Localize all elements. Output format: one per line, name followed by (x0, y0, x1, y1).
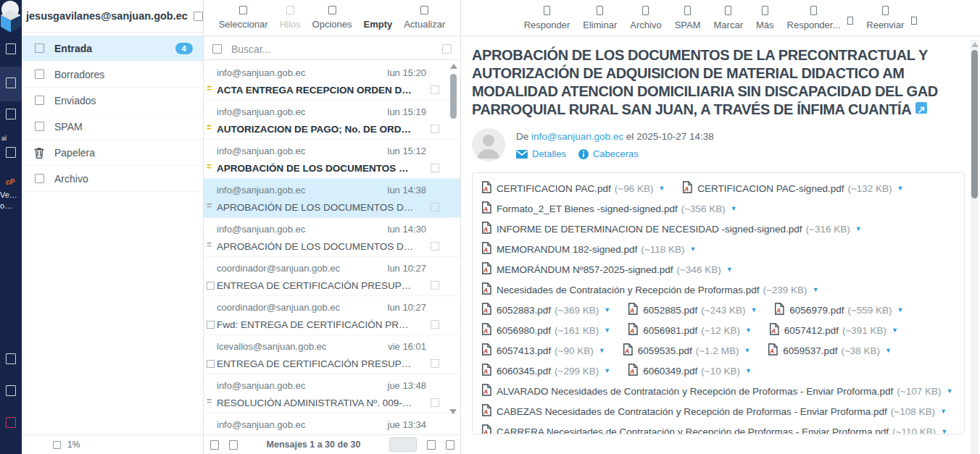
scroll-down-icon[interactable] (449, 409, 457, 414)
toolbar-button[interactable]: Hilos (280, 6, 301, 30)
rail-help-icon[interactable] (6, 353, 16, 364)
attachment-menu-icon[interactable]: ▼ (745, 327, 752, 334)
attachment-menu-icon[interactable]: ▼ (604, 306, 610, 314)
toolbar-dropdown-icon[interactable] (911, 17, 917, 25)
page-number-input[interactable] (389, 437, 417, 452)
cpanel-logo[interactable]: cP (6, 178, 14, 186)
attachment-item[interactable]: A 6059535.pdf (~1.2 MB) ▼ (623, 343, 751, 358)
message-row[interactable]: info@sanjuan.gob.ec lun 15:19 AUTORIZACI… (204, 101, 461, 140)
first-page-icon[interactable] (210, 440, 219, 450)
folder-item[interactable]: Papelera (22, 140, 203, 166)
toolbar-button[interactable]: Archivo (630, 6, 661, 30)
rail-active-icon[interactable] (6, 77, 16, 88)
folder-item[interactable]: Borradores (22, 62, 203, 88)
attachment-menu-icon[interactable]: ▼ (604, 327, 610, 334)
attachment-menu-icon[interactable]: ▼ (885, 347, 892, 354)
message-row[interactable]: info@sanjuan.gob.ec lun 15:12 APROBACIÓN… (204, 140, 461, 179)
attachment-menu-icon[interactable]: ▼ (726, 266, 733, 273)
attachment-item[interactable]: A CERTIFICACION PAC-signed.pdf (~132 KB)… (682, 181, 903, 196)
attachment-item[interactable]: A CARRERA Necesidades de Contratación y … (481, 424, 947, 434)
attachment-menu-icon[interactable]: ▼ (941, 428, 947, 434)
toolbar-button[interactable]: SPAM (675, 6, 701, 30)
attachment-menu-icon[interactable]: ▼ (599, 347, 605, 354)
attachment-menu-icon[interactable]: ▼ (813, 286, 819, 293)
toolbar-button[interactable]: Marcar (714, 6, 743, 30)
rail-contacts-icon[interactable] (6, 109, 16, 119)
attachment-menu-icon[interactable]: ▼ (897, 185, 904, 192)
message-flag-icon[interactable] (431, 242, 439, 251)
reading-scrollbar[interactable] (971, 40, 979, 454)
search-input[interactable] (231, 43, 433, 55)
attachment-menu-icon[interactable]: ▼ (658, 185, 665, 192)
attachment-item[interactable]: A 6060345.pdf (~299 KB) ▼ (481, 363, 610, 378)
toolbar-button[interactable]: Responder... (787, 6, 841, 30)
attachment-menu-icon[interactable]: ▼ (855, 225, 862, 232)
attachment-item[interactable]: A Necesidades de Contratación y Recepció… (481, 282, 819, 297)
attachment-item[interactable]: A MEMORANDUM 182-signed.pdf (~118 KB) ▼ (481, 242, 696, 256)
message-row[interactable]: info@sanjuan.gob.ec jue 13:34 (204, 413, 461, 434)
message-row[interactable]: info@sanjuan.gob.ec lun 15:20 ACTA ENTRE… (204, 62, 461, 101)
message-row[interactable]: lcevallos@sanjuan.gob.ec vie 16:01 ENTRE… (204, 335, 461, 374)
attachment-menu-icon[interactable]: ▼ (744, 347, 750, 354)
sender-email-link[interactable]: info@sanjuan.gob.ec (531, 131, 623, 142)
attachment-item[interactable]: A 6056979.pdf (~559 KB) ▼ (774, 303, 903, 317)
toolbar-button[interactable]: Empty (363, 6, 392, 30)
attachment-menu-icon[interactable]: ▼ (892, 327, 898, 334)
folder-item[interactable]: Enviados (22, 88, 203, 114)
details-toggle[interactable]: Detalles (516, 148, 566, 159)
message-row[interactable]: info@sanjuan.gob.ec lun 14:38 APROBACIÓN… (204, 179, 461, 218)
attachment-menu-icon[interactable]: ▼ (604, 367, 610, 374)
message-row[interactable]: coordinador@sanjuan.gob.ec lun 10:27 Fwd… (204, 296, 461, 335)
attachment-item[interactable]: A CERTIFICACION PAC.pdf (~96 KB) ▼ (481, 181, 665, 196)
message-flag-icon[interactable] (431, 164, 439, 172)
reading-scrollbar-thumb[interactable] (971, 50, 978, 198)
search-options-icon[interactable] (442, 44, 452, 54)
attachment-item[interactable]: A MEMORÁNDUM Nº857-2025-signed.pdf (~346… (481, 262, 733, 277)
attachment-item[interactable]: A Formato_2_ET Bienes -signed-signed.pdf… (481, 201, 737, 216)
folder-item[interactable]: Archivo (22, 166, 203, 192)
attachment-item[interactable]: A INFORME DE DETERMINACION DE NECESIDAD … (481, 222, 862, 236)
toolbar-button[interactable]: Reenviar (866, 6, 904, 30)
message-flag-icon[interactable] (431, 125, 439, 133)
attachment-item[interactable]: A 6057412.pdf (~391 KB) ▼ (769, 323, 898, 337)
folder-item[interactable]: Entrada 4 (22, 35, 203, 62)
toolbar-button[interactable]: Opciones (312, 6, 352, 30)
prev-page-icon[interactable] (229, 440, 238, 450)
attachment-item[interactable]: A 6056980.pdf (~161 KB) ▼ (481, 323, 610, 337)
message-row[interactable]: info@sanjuan.gob.ec lun 14:30 APROBACIÓN… (204, 218, 461, 257)
reading-scroll-up-icon[interactable] (971, 42, 979, 47)
last-page-icon[interactable] (446, 440, 454, 450)
message-row[interactable]: info@sanjuan.gob.ec jue 13:48 RESOLUCIÓN… (204, 374, 461, 413)
search-icon[interactable] (212, 44, 222, 54)
toolbar-button[interactable]: Seleccionar (219, 6, 268, 30)
attachment-item[interactable]: A 6056981.pdf (~12 KB) ▼ (628, 323, 752, 337)
webmail-logo-icon[interactable] (0, 0, 22, 36)
attachment-item[interactable]: A CABEZAS Necesidades de Contratación y … (481, 404, 947, 419)
attachment-item[interactable]: A 6057413.pdf (~90 KB) ▼ (481, 343, 605, 358)
attachment-item[interactable]: A 6060349.pdf (~10 KB) ▼ (628, 363, 752, 378)
message-flag-icon[interactable] (431, 398, 439, 407)
message-flag-icon[interactable] (431, 359, 439, 368)
attachment-item[interactable]: A ALVARADO Necesidades de Contratación y… (481, 384, 952, 398)
open-in-new-window-icon[interactable] (915, 102, 927, 114)
attachment-menu-icon[interactable]: ▼ (946, 387, 952, 395)
headers-toggle[interactable]: Cabeceras (578, 148, 639, 159)
message-flag-icon[interactable] (431, 203, 439, 211)
toolbar-button[interactable]: Responder (524, 6, 570, 30)
attachment-menu-icon[interactable]: ▼ (750, 306, 757, 314)
next-page-icon[interactable] (427, 440, 436, 450)
list-scrollbar-thumb[interactable] (450, 74, 457, 119)
list-scrollbar[interactable] (449, 64, 458, 414)
attachment-item[interactable]: A 6052885.pdf (~243 KB) ▼ (628, 303, 757, 317)
message-row[interactable]: coordinador@sanjuan.gob.ec lun 10:27 ENT… (204, 257, 461, 296)
toolbar-dropdown-icon[interactable] (847, 17, 853, 25)
account-menu-icon[interactable] (194, 12, 203, 21)
scroll-up-icon[interactable] (450, 64, 457, 69)
message-flag-icon[interactable] (431, 85, 439, 94)
attachment-menu-icon[interactable]: ▼ (897, 306, 904, 314)
rail-about-icon[interactable] (6, 385, 16, 396)
message-flag-icon[interactable] (431, 320, 439, 329)
search-bar[interactable] (204, 38, 460, 60)
attachment-menu-icon[interactable]: ▼ (745, 367, 752, 374)
attachment-item[interactable]: A 6052883.pdf (~369 KB) ▼ (481, 303, 610, 317)
